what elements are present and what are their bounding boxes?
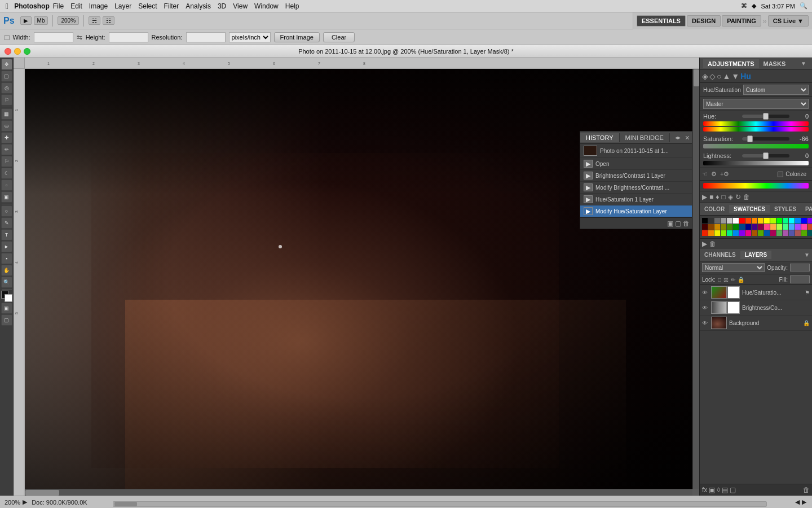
history-tab[interactable]: HISTORY [580,133,620,142]
swatch[interactable] [702,218,708,224]
swatch[interactable] [702,230,708,236]
swatch[interactable] [776,218,782,224]
color-new-btn[interactable]: ▶ [702,240,707,248]
quick-mask-tool[interactable]: ▣ [1,303,12,314]
delete-layer-btn[interactable]: 🗑 [803,486,810,494]
swatch[interactable] [739,230,745,236]
canvas-hscroll-thumb[interactable] [25,490,59,496]
hand-tool[interactable]: ✋ [1,265,12,276]
swatch[interactable] [708,218,714,224]
history-snapshot[interactable]: Photo on 2011-10-15 at 1... [580,144,692,158]
mini-bridge-tab[interactable]: MINI BRIDGE [620,133,670,142]
close-btn[interactable] [5,48,11,55]
eyedropper-tool[interactable]: ⛀ [1,120,12,132]
swatch[interactable] [733,230,739,236]
ws-painting-btn[interactable]: PAINTING [722,15,761,27]
eraser-tool[interactable]: ▫ [1,179,12,191]
resolution-input[interactable] [186,32,226,42]
create-fill-adj-btn[interactable]: ◊ [717,486,720,494]
colorize-checkbox[interactable] [778,172,783,177]
swatch[interactable] [714,218,720,224]
healing-tool[interactable]: ✚ [1,132,12,143]
menu-select[interactable]: Select [138,2,157,10]
adj-btn-5[interactable]: ◈ [728,193,733,201]
zoom-btn-small[interactable]: ▶ [23,498,27,506]
swatch[interactable] [745,230,751,236]
swatch[interactable] [714,224,720,230]
swatch[interactable] [739,224,745,230]
adj-panel-menu[interactable]: ▼ [798,60,809,67]
adj-icon-2[interactable]: ◇ [709,72,716,81]
height-input[interactable] [109,32,148,42]
path-select-tool[interactable]: ► [1,241,12,252]
swatch[interactable] [721,224,726,230]
swatch[interactable] [764,224,770,230]
layer-item-brightness[interactable]: 👁 Brightness/Co... [700,300,812,316]
swatch[interactable] [783,224,788,230]
screen-mode-btn[interactable]: ▢ [1,314,12,326]
menu-layer[interactable]: Layer [114,2,131,10]
width-input[interactable] [34,32,73,42]
color-delete-btn[interactable]: 🗑 [709,240,716,248]
adj-btn-3[interactable]: ♦ [716,193,719,201]
swatch[interactable] [733,218,739,224]
swatch[interactable] [758,224,764,230]
swatch[interactable] [776,224,782,230]
canvas-vscroll[interactable] [692,69,699,489]
menu-analysis[interactable]: Analysis [186,2,211,10]
layer-item-background[interactable]: 👁 Background 🔒 [700,316,812,331]
pen-tool[interactable]: ✎ [1,217,12,229]
new-layer-btn[interactable]: ▢ [730,486,736,494]
mb-btn[interactable]: Mb [34,16,48,25]
history-new-snapshot-btn[interactable]: ▣ [667,220,673,227]
swatch[interactable] [801,230,807,236]
swatch[interactable] [801,224,807,230]
adj-eyedropper-tool[interactable]: ⚙ [711,170,717,178]
swatch[interactable] [752,224,757,230]
status-nav-next[interactable]: ▶ [802,498,806,506]
status-nav-prev[interactable]: ◀ [795,498,800,506]
zoom-tool[interactable]: 🔍 [1,277,12,288]
lock-icon-art[interactable]: ✏ [731,277,735,283]
swatch[interactable] [789,218,795,224]
swatch[interactable] [801,218,807,224]
blend-mode-select[interactable]: Normal [702,263,765,272]
color-tab[interactable]: COLOR [700,205,729,213]
swatch[interactable] [739,218,745,224]
adj-btn-7[interactable]: 🗑 [743,193,750,201]
adj-icon-hue[interactable]: Hu [740,72,751,81]
history-panel-arrows[interactable]: ◂▸ [673,134,683,141]
zoom-btn[interactable]: 200% [58,16,79,25]
type-tool[interactable]: T [1,229,12,240]
swatch[interactable] [770,224,776,230]
shape-tool[interactable]: ▪ [1,253,12,264]
swatch[interactable] [745,224,751,230]
adj-btn-6[interactable]: ↻ [735,193,741,201]
lock-icon-move[interactable]: ⚖ [723,277,729,283]
units-select[interactable]: pixels/inch [229,32,271,42]
adj-hand-tool[interactable]: ☜ [702,170,708,178]
swatch[interactable] [702,224,708,230]
menu-filter[interactable]: Filter [164,2,179,10]
masks-tab[interactable]: MASKS [759,59,791,68]
swatch[interactable] [721,230,726,236]
swatch[interactable] [733,224,739,230]
opacity-input[interactable]: 100% [790,264,810,271]
history-delete-btn[interactable]: 🗑 [683,220,690,227]
swatch[interactable] [776,230,782,236]
marquee-tool[interactable]: ▢ [1,71,12,82]
layer-visibility-bg[interactable]: 👁 [702,320,708,326]
light-slider-thumb[interactable] [763,152,769,159]
hue-slider-thumb[interactable] [763,113,769,120]
history-item-open[interactable]: ▶ Open [580,158,692,170]
crop-tool[interactable]: ▦ [1,108,12,120]
menu-help[interactable]: Help [285,2,299,10]
swatch[interactable] [770,230,776,236]
add-mask-btn[interactable]: ▣ [709,486,715,494]
swatch[interactable] [764,230,770,236]
swatch[interactable] [708,230,714,236]
swatch[interactable] [783,218,788,224]
dodge-tool[interactable]: ○ [1,205,12,217]
hue-preset-select[interactable]: Custom [743,85,809,95]
adjustments-tab[interactable]: ADJUSTMENTS [703,59,759,68]
